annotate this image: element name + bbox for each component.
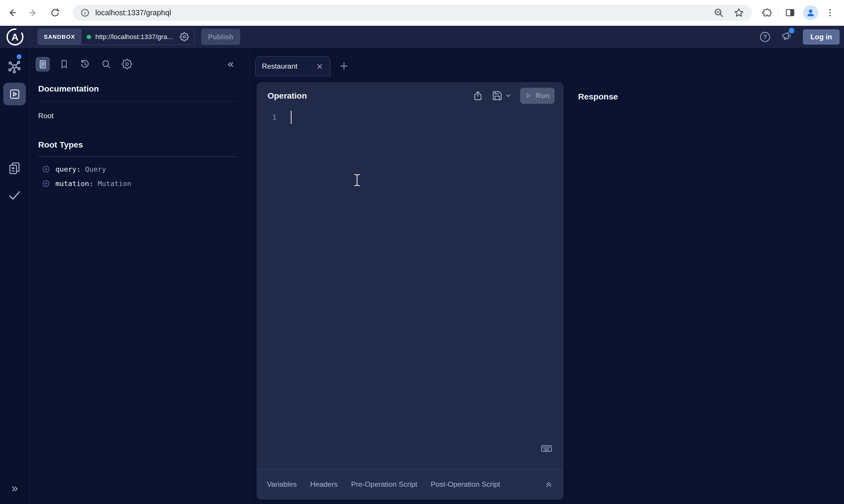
- endpoint-url-text: http://localhost:1337/gra...: [96, 33, 173, 41]
- documentation-title: Documentation: [38, 84, 99, 94]
- left-rail: »: [0, 49, 30, 504]
- rail-item-explorer-active[interactable]: [3, 83, 26, 105]
- operation-title: Operation: [268, 91, 307, 101]
- run-label: Run: [535, 92, 549, 100]
- line-number: 1: [272, 113, 276, 121]
- toolbar-divider: [778, 7, 778, 18]
- address-bar[interactable]: localhost:1337/graphql: [72, 5, 752, 21]
- rail-item-changelog[interactable]: [0, 161, 29, 176]
- post-operation-script-tab[interactable]: Post-Operation Script: [431, 480, 500, 488]
- close-tab-icon[interactable]: [316, 62, 324, 70]
- response-title: Response: [578, 92, 618, 101]
- apollo-topbar: A SANDBOX http://localhost:1337/gra... P…: [0, 26, 844, 49]
- bookmark-star-icon[interactable]: [734, 7, 744, 18]
- sandbox-badge: SANDBOX: [38, 29, 81, 44]
- rail-item-checks[interactable]: [0, 188, 29, 203]
- apollo-logo[interactable]: A: [0, 26, 30, 48]
- keyboard-shortcuts-icon[interactable]: [540, 443, 553, 455]
- svg-text:?: ?: [763, 33, 767, 40]
- type-name-link[interactable]: Mutation: [98, 180, 131, 188]
- publish-button[interactable]: Publish: [201, 29, 241, 45]
- operation-header: Operation: [257, 82, 564, 109]
- saved-operations-icon[interactable]: [58, 58, 70, 70]
- share-operation-icon[interactable]: [472, 90, 483, 101]
- back-icon[interactable]: [6, 7, 17, 18]
- divider: [38, 101, 238, 102]
- main-area: Restaurant Operation: [249, 49, 844, 504]
- url-text: localhost:1337/graphql: [95, 8, 171, 17]
- documentation-tab-icon[interactable]: [36, 57, 50, 71]
- login-button[interactable]: Log in: [803, 29, 840, 44]
- type-name-link[interactable]: Query: [85, 165, 106, 174]
- schema-notification-dot: [17, 54, 21, 59]
- root-types-title: Root Types: [38, 140, 83, 150]
- divider: [38, 156, 238, 157]
- run-button[interactable]: Run: [520, 88, 554, 104]
- response-panel: Response: [564, 82, 844, 504]
- mouse-ibeam-cursor: [354, 174, 361, 186]
- search-icon[interactable]: [100, 58, 112, 70]
- history-icon[interactable]: [79, 58, 91, 70]
- new-tab-icon[interactable]: [339, 61, 349, 72]
- apollo-sandbox-app: localhost:1337/graphql: [0, 0, 844, 504]
- save-operation-icon[interactable]: [492, 90, 503, 101]
- announcements-button[interactable]: [780, 30, 793, 44]
- tab-label: Restaurant: [262, 62, 297, 70]
- connection-status-dot: [87, 35, 91, 39]
- operation-footer: Variables Headers Pre-Operation Script P…: [257, 469, 564, 499]
- operation-editor[interactable]: 1: [257, 109, 564, 469]
- endpoint-chip: SANDBOX http://localhost:1337/gra...: [38, 29, 194, 45]
- side-panel-icon[interactable]: [785, 7, 795, 18]
- root-type-row-query[interactable]: query: Query: [42, 165, 106, 174]
- text-caret: [291, 111, 292, 124]
- profile-avatar[interactable]: [803, 5, 818, 20]
- add-field-icon[interactable]: [42, 180, 50, 187]
- schema-graph-icon[interactable]: [0, 59, 29, 74]
- save-options-chevron-icon[interactable]: [505, 93, 511, 98]
- notification-dot: [789, 28, 794, 33]
- variables-tab[interactable]: Variables: [267, 480, 297, 488]
- help-icon[interactable]: ?: [759, 31, 771, 43]
- type-field-label[interactable]: query:: [55, 165, 81, 174]
- expand-rail-icon[interactable]: »: [0, 482, 29, 494]
- connection-settings-gear-icon[interactable]: [180, 32, 189, 41]
- tab-strip: Restaurant: [249, 49, 844, 82]
- endpoint-url-field[interactable]: http://localhost:1337/gra...: [81, 29, 194, 44]
- root-type-row-mutation[interactable]: mutation: Mutation: [42, 180, 131, 188]
- browser-chrome: localhost:1337/graphql: [0, 0, 844, 26]
- extensions-icon[interactable]: [762, 7, 773, 18]
- documentation-panel: « Documentation Root Root Types query: Q…: [30, 49, 250, 504]
- reload-icon[interactable]: [50, 7, 61, 18]
- forward-icon[interactable]: [28, 7, 39, 18]
- zoom-out-icon[interactable]: [713, 7, 724, 18]
- headers-tab[interactable]: Headers: [310, 480, 338, 488]
- operation-panel: Operation: [257, 82, 564, 499]
- tab-restaurant[interactable]: Restaurant: [255, 56, 331, 76]
- svg-text:A: A: [12, 32, 18, 42]
- add-field-icon[interactable]: [42, 165, 50, 173]
- site-info-icon[interactable]: [80, 8, 90, 18]
- explorer-settings-gear-icon[interactable]: [121, 58, 133, 70]
- chrome-menu-icon[interactable]: [825, 7, 836, 18]
- chrome-toolbar-right: [752, 5, 844, 20]
- root-link[interactable]: Root: [38, 112, 53, 120]
- collapse-docs-icon[interactable]: «: [228, 57, 234, 71]
- expand-footer-icon[interactable]: [544, 480, 553, 489]
- pre-operation-script-tab[interactable]: Pre-Operation Script: [351, 480, 417, 488]
- type-field-label[interactable]: mutation:: [55, 180, 93, 188]
